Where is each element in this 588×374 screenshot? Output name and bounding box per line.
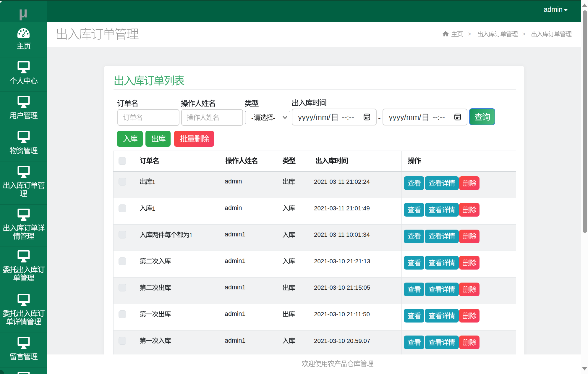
- svg-text:-: -: [251, 114, 253, 121]
- svg-text:-: -: [273, 114, 275, 121]
- svg-text:1: 1: [152, 178, 155, 185]
- svg-text:1: 1: [189, 231, 193, 238]
- svg-text:1: 1: [152, 205, 155, 212]
